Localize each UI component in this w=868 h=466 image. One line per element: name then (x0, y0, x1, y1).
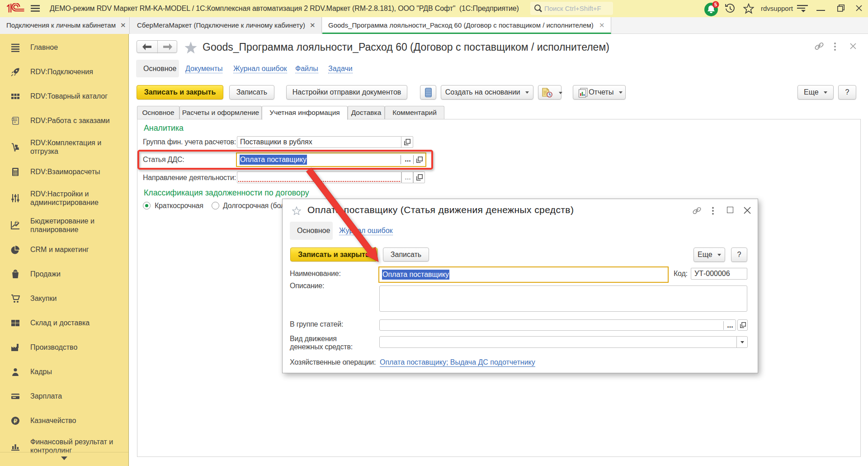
svg-text:₽: ₽ (14, 418, 18, 424)
svg-text:₽: ₽ (15, 221, 18, 225)
svg-text:5: 5 (714, 2, 717, 7)
